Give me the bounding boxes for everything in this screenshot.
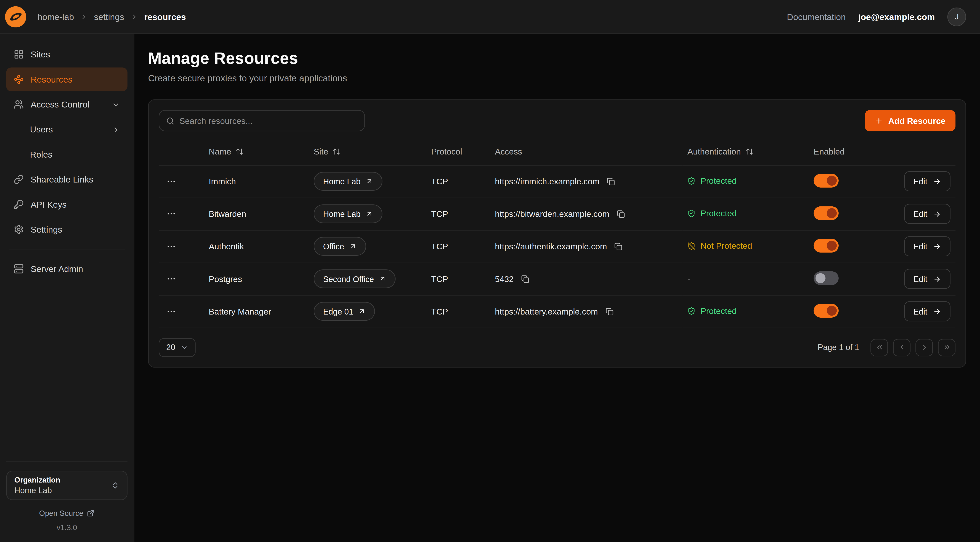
site-link-button[interactable]: Office — [314, 237, 366, 256]
main-content: Manage Resources Create secure proxies t… — [134, 34, 980, 542]
previous-page-button[interactable] — [893, 338, 910, 356]
table-toolbar: Add Resource — [159, 110, 956, 131]
ellipsis-icon — [166, 306, 176, 316]
enabled-toggle[interactable] — [814, 174, 838, 187]
sidebar-item-label: Access Control — [31, 99, 89, 109]
auth-status-label: - — [687, 274, 690, 284]
sidebar-item-resources[interactable]: Resources — [6, 67, 127, 91]
user-email: joe@example.com — [858, 12, 935, 22]
resources-card: Add Resource Name — [148, 99, 966, 367]
table-row: Immich Home Lab TCP https://immich.examp… — [159, 165, 956, 198]
protocol-value: TCP — [431, 177, 448, 186]
site-link-button[interactable]: Home Lab — [314, 172, 382, 191]
edit-button[interactable]: Edit — [904, 171, 951, 191]
copy-button[interactable] — [520, 273, 531, 284]
sidebar-item-users[interactable]: Users — [6, 118, 127, 141]
sidebar-item-label: Users — [30, 124, 53, 134]
copy-icon — [617, 210, 625, 218]
column-header-access: Access — [490, 139, 682, 165]
edit-button[interactable]: Edit — [904, 269, 951, 289]
avatar[interactable]: J — [947, 7, 966, 26]
edit-button[interactable]: Edit — [904, 301, 951, 321]
site-link-button[interactable]: Second Office — [314, 269, 396, 288]
organization-label: Organization — [14, 476, 60, 485]
enabled-toggle[interactable] — [814, 303, 838, 317]
arrow-up-right-icon — [349, 242, 357, 250]
enabled-toggle[interactable] — [814, 206, 838, 220]
open-source-link[interactable]: Open Source — [6, 509, 127, 518]
sidebar-item-label: Server Admin — [31, 264, 83, 274]
auth-status: Protected — [687, 306, 737, 316]
sidebar-item-shareable-links[interactable]: Shareable Links — [6, 167, 127, 191]
edit-button[interactable]: Edit — [904, 204, 951, 224]
edit-button[interactable]: Edit — [904, 236, 951, 256]
shield-off-icon — [687, 242, 695, 250]
breadcrumb-resources[interactable]: resources — [144, 12, 186, 22]
column-header-name[interactable]: Name — [209, 147, 244, 156]
documentation-link[interactable]: Documentation — [787, 12, 846, 22]
row-menu-button[interactable] — [164, 174, 178, 189]
row-menu-button[interactable] — [164, 239, 178, 253]
search-box — [159, 110, 365, 131]
chevron-left-icon — [898, 343, 906, 351]
sidebar-item-label: Sites — [31, 49, 50, 59]
breadcrumb-org[interactable]: home-lab — [38, 12, 74, 22]
copy-button[interactable] — [613, 241, 624, 252]
site-link-button[interactable]: Home Lab — [314, 204, 382, 223]
row-menu-button[interactable] — [164, 206, 178, 221]
site-link-button[interactable]: Edge 01 — [314, 302, 375, 320]
copy-button[interactable] — [604, 306, 615, 317]
ellipsis-icon — [166, 176, 176, 187]
sidebar-item-settings[interactable]: Settings — [6, 217, 127, 241]
copy-button[interactable] — [606, 176, 616, 187]
page-size-select[interactable]: 20 — [159, 338, 196, 357]
breadcrumb: home-lab settings resources — [38, 12, 186, 22]
access-value: 5432 — [495, 274, 514, 284]
auth-status: Protected — [687, 176, 737, 185]
sidebar-item-server-admin[interactable]: Server Admin — [6, 257, 127, 281]
shield-check-icon — [687, 306, 695, 315]
row-menu-button[interactable] — [164, 304, 178, 319]
enabled-toggle[interactable] — [814, 239, 838, 252]
resource-name: Bitwarden — [209, 209, 247, 218]
ellipsis-icon — [166, 209, 176, 219]
organization-selector[interactable]: Organization Home Lab — [6, 471, 127, 500]
table-header-row: Name Site Protocol Access — [159, 139, 956, 165]
copy-button[interactable] — [616, 209, 626, 219]
app-logo[interactable] — [5, 6, 26, 27]
resource-name: Authentik — [209, 242, 244, 251]
breadcrumb-settings[interactable]: settings — [94, 12, 124, 22]
add-resource-label: Add Resource — [888, 116, 945, 125]
protocol-value: TCP — [431, 306, 448, 316]
edit-button-label: Edit — [913, 274, 928, 284]
search-input[interactable] — [179, 116, 358, 125]
chevron-down-icon — [181, 344, 188, 351]
row-menu-button[interactable] — [164, 271, 178, 286]
sidebar-item-api-keys[interactable]: API Keys — [6, 193, 127, 216]
auth-status: Protected — [687, 209, 737, 218]
sidebar-item-roles[interactable]: Roles — [6, 142, 127, 166]
table-row: Bitwarden Home Lab TCP https://bitwarden… — [159, 198, 956, 230]
auth-status-label: Protected — [700, 306, 737, 316]
enabled-toggle[interactable] — [814, 271, 838, 285]
toggle-knob — [827, 240, 837, 250]
column-header-authentication[interactable]: Authentication — [687, 147, 753, 156]
first-page-button[interactable] — [870, 338, 888, 356]
pagination: 20 Page 1 of 1 — [159, 338, 956, 357]
sidebar-item-sites[interactable]: Sites — [6, 43, 127, 66]
protocol-value: TCP — [431, 242, 448, 251]
chevron-down-icon — [112, 100, 120, 108]
resource-name: Battery Manager — [209, 306, 271, 316]
access-value: https://battery.example.com — [495, 306, 598, 316]
column-header-protocol: Protocol — [426, 139, 490, 165]
sidebar-item-label: API Keys — [31, 199, 67, 209]
last-page-button[interactable] — [938, 338, 956, 356]
add-resource-button[interactable]: Add Resource — [865, 110, 956, 131]
arrow-right-icon — [933, 275, 941, 283]
sidebar-item-label: Settings — [31, 225, 62, 234]
chevron-right-icon — [80, 13, 88, 21]
next-page-button[interactable] — [915, 338, 933, 356]
sidebar-item-access-control[interactable]: Access Control — [6, 92, 127, 116]
column-header-site[interactable]: Site — [314, 147, 341, 156]
waypoints-icon — [14, 74, 24, 84]
